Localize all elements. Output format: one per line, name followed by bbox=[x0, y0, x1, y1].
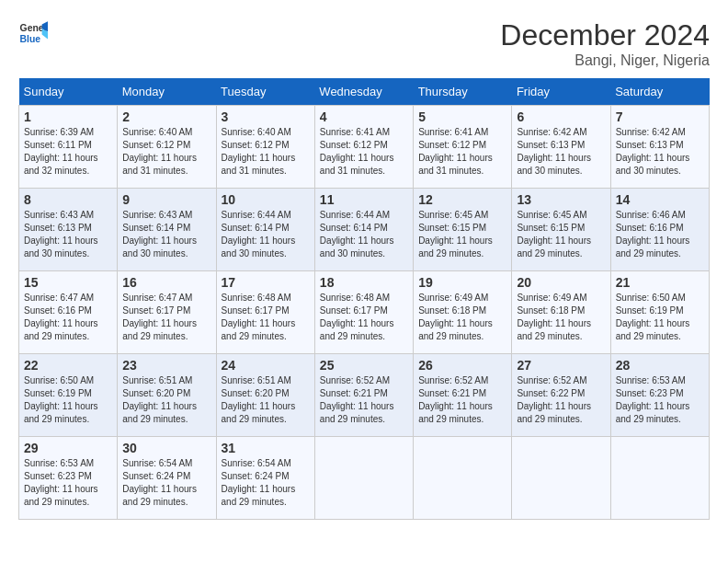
calendar-cell: 19Sunrise: 6:49 AM Sunset: 6:18 PM Dayli… bbox=[414, 271, 512, 354]
day-info: Sunrise: 6:52 AM Sunset: 6:21 PM Dayligh… bbox=[320, 374, 408, 426]
calendar-cell: 25Sunrise: 6:52 AM Sunset: 6:21 PM Dayli… bbox=[314, 354, 413, 437]
calendar-header-row: Sunday Monday Tuesday Wednesday Thursday… bbox=[19, 78, 710, 106]
logo: General Blue bbox=[18, 18, 48, 48]
day-number: 17 bbox=[222, 275, 310, 290]
calendar-cell: 11Sunrise: 6:44 AM Sunset: 6:14 PM Dayli… bbox=[314, 189, 413, 271]
day-number: 21 bbox=[616, 275, 704, 290]
header-wednesday: Wednesday bbox=[314, 78, 413, 106]
calendar-cell: 26Sunrise: 6:52 AM Sunset: 6:21 PM Dayli… bbox=[414, 354, 512, 437]
day-info: Sunrise: 6:54 AM Sunset: 6:24 PM Dayligh… bbox=[122, 457, 210, 509]
calendar-cell: 2Sunrise: 6:40 AM Sunset: 6:12 PM Daylig… bbox=[118, 106, 216, 189]
day-info: Sunrise: 6:49 AM Sunset: 6:18 PM Dayligh… bbox=[517, 292, 605, 343]
day-number: 15 bbox=[24, 275, 112, 290]
calendar-week-row: 15Sunrise: 6:47 AM Sunset: 6:16 PM Dayli… bbox=[19, 271, 710, 354]
calendar-cell: 9Sunrise: 6:43 AM Sunset: 6:14 PM Daylig… bbox=[118, 189, 216, 271]
calendar-cell: 16Sunrise: 6:47 AM Sunset: 6:17 PM Dayli… bbox=[118, 271, 216, 354]
day-info: Sunrise: 6:51 AM Sunset: 6:20 PM Dayligh… bbox=[222, 374, 310, 426]
day-info: Sunrise: 6:52 AM Sunset: 6:21 PM Dayligh… bbox=[418, 374, 506, 426]
day-info: Sunrise: 6:42 AM Sunset: 6:13 PM Dayligh… bbox=[616, 126, 704, 178]
day-number: 26 bbox=[418, 358, 506, 373]
day-number: 6 bbox=[517, 109, 605, 124]
calendar-table: Sunday Monday Tuesday Wednesday Thursday… bbox=[18, 78, 710, 520]
calendar-week-row: 22Sunrise: 6:50 AM Sunset: 6:19 PM Dayli… bbox=[19, 354, 710, 437]
page-subtitle: Bangi, Niger, Nigeria bbox=[500, 52, 710, 69]
calendar-cell: 31Sunrise: 6:54 AM Sunset: 6:24 PM Dayli… bbox=[216, 437, 314, 520]
day-number: 22 bbox=[24, 358, 112, 373]
calendar-cell: 24Sunrise: 6:51 AM Sunset: 6:20 PM Dayli… bbox=[216, 354, 314, 437]
calendar-cell: 22Sunrise: 6:50 AM Sunset: 6:19 PM Dayli… bbox=[19, 354, 118, 437]
day-info: Sunrise: 6:44 AM Sunset: 6:14 PM Dayligh… bbox=[320, 209, 408, 260]
day-number: 8 bbox=[24, 192, 112, 207]
day-info: Sunrise: 6:47 AM Sunset: 6:17 PM Dayligh… bbox=[122, 292, 210, 343]
calendar-cell: 28Sunrise: 6:53 AM Sunset: 6:23 PM Dayli… bbox=[610, 354, 709, 437]
day-info: Sunrise: 6:51 AM Sunset: 6:20 PM Dayligh… bbox=[122, 374, 210, 426]
calendar-cell bbox=[610, 437, 709, 520]
calendar-week-row: 8Sunrise: 6:43 AM Sunset: 6:13 PM Daylig… bbox=[19, 189, 710, 271]
day-info: Sunrise: 6:41 AM Sunset: 6:12 PM Dayligh… bbox=[418, 126, 506, 178]
day-info: Sunrise: 6:54 AM Sunset: 6:24 PM Dayligh… bbox=[222, 457, 310, 509]
day-number: 3 bbox=[222, 109, 310, 124]
page-header: General Blue December 2024 Bangi, Niger,… bbox=[18, 18, 710, 69]
day-number: 5 bbox=[418, 109, 506, 124]
calendar-cell: 5Sunrise: 6:41 AM Sunset: 6:12 PM Daylig… bbox=[414, 106, 512, 189]
day-info: Sunrise: 6:44 AM Sunset: 6:14 PM Dayligh… bbox=[222, 209, 310, 260]
day-number: 31 bbox=[222, 441, 310, 455]
day-info: Sunrise: 6:46 AM Sunset: 6:16 PM Dayligh… bbox=[616, 209, 704, 260]
calendar-week-row: 29Sunrise: 6:53 AM Sunset: 6:23 PM Dayli… bbox=[19, 437, 710, 520]
day-info: Sunrise: 6:50 AM Sunset: 6:19 PM Dayligh… bbox=[24, 374, 112, 426]
day-number: 13 bbox=[517, 192, 605, 207]
calendar-cell: 7Sunrise: 6:42 AM Sunset: 6:13 PM Daylig… bbox=[610, 106, 709, 189]
calendar-cell: 21Sunrise: 6:50 AM Sunset: 6:19 PM Dayli… bbox=[610, 271, 709, 354]
day-number: 11 bbox=[320, 192, 408, 207]
calendar-cell: 14Sunrise: 6:46 AM Sunset: 6:16 PM Dayli… bbox=[610, 189, 709, 271]
day-number: 12 bbox=[418, 192, 506, 207]
calendar-cell: 15Sunrise: 6:47 AM Sunset: 6:16 PM Dayli… bbox=[19, 271, 118, 354]
day-number: 29 bbox=[24, 441, 112, 455]
day-number: 9 bbox=[122, 192, 210, 207]
calendar-cell: 6Sunrise: 6:42 AM Sunset: 6:13 PM Daylig… bbox=[512, 106, 610, 189]
calendar-cell: 30Sunrise: 6:54 AM Sunset: 6:24 PM Dayli… bbox=[118, 437, 216, 520]
calendar-cell bbox=[414, 437, 512, 520]
day-number: 20 bbox=[517, 275, 605, 290]
day-info: Sunrise: 6:45 AM Sunset: 6:15 PM Dayligh… bbox=[418, 209, 506, 260]
day-number: 2 bbox=[122, 109, 210, 124]
calendar-cell: 3Sunrise: 6:40 AM Sunset: 6:12 PM Daylig… bbox=[216, 106, 314, 189]
day-number: 28 bbox=[616, 358, 704, 373]
day-info: Sunrise: 6:48 AM Sunset: 6:17 PM Dayligh… bbox=[320, 292, 408, 343]
day-number: 1 bbox=[24, 109, 112, 124]
calendar-week-row: 1Sunrise: 6:39 AM Sunset: 6:11 PM Daylig… bbox=[19, 106, 710, 189]
day-info: Sunrise: 6:53 AM Sunset: 6:23 PM Dayligh… bbox=[24, 457, 112, 509]
calendar-cell: 1Sunrise: 6:39 AM Sunset: 6:11 PM Daylig… bbox=[19, 106, 118, 189]
calendar-cell: 4Sunrise: 6:41 AM Sunset: 6:12 PM Daylig… bbox=[314, 106, 413, 189]
day-info: Sunrise: 6:50 AM Sunset: 6:19 PM Dayligh… bbox=[616, 292, 704, 343]
day-number: 27 bbox=[517, 358, 605, 373]
day-info: Sunrise: 6:49 AM Sunset: 6:18 PM Dayligh… bbox=[418, 292, 506, 343]
day-info: Sunrise: 6:48 AM Sunset: 6:17 PM Dayligh… bbox=[222, 292, 310, 343]
calendar-cell: 27Sunrise: 6:52 AM Sunset: 6:22 PM Dayli… bbox=[512, 354, 610, 437]
day-number: 7 bbox=[616, 109, 704, 124]
calendar-cell: 23Sunrise: 6:51 AM Sunset: 6:20 PM Dayli… bbox=[118, 354, 216, 437]
calendar-cell: 17Sunrise: 6:48 AM Sunset: 6:17 PM Dayli… bbox=[216, 271, 314, 354]
day-info: Sunrise: 6:47 AM Sunset: 6:16 PM Dayligh… bbox=[24, 292, 112, 343]
day-info: Sunrise: 6:45 AM Sunset: 6:15 PM Dayligh… bbox=[517, 209, 605, 260]
calendar-cell: 13Sunrise: 6:45 AM Sunset: 6:15 PM Dayli… bbox=[512, 189, 610, 271]
header-tuesday: Tuesday bbox=[216, 78, 314, 106]
day-number: 18 bbox=[320, 275, 408, 290]
header-monday: Monday bbox=[118, 78, 216, 106]
header-saturday: Saturday bbox=[610, 78, 709, 106]
logo-icon: General Blue bbox=[18, 18, 48, 48]
day-number: 4 bbox=[320, 109, 408, 124]
calendar-cell: 29Sunrise: 6:53 AM Sunset: 6:23 PM Dayli… bbox=[19, 437, 118, 520]
header-thursday: Thursday bbox=[414, 78, 512, 106]
day-number: 23 bbox=[122, 358, 210, 373]
calendar-cell: 20Sunrise: 6:49 AM Sunset: 6:18 PM Dayli… bbox=[512, 271, 610, 354]
day-number: 14 bbox=[616, 192, 704, 207]
day-number: 10 bbox=[222, 192, 310, 207]
page-title: December 2024 bbox=[500, 18, 710, 52]
calendar-cell: 10Sunrise: 6:44 AM Sunset: 6:14 PM Dayli… bbox=[216, 189, 314, 271]
day-info: Sunrise: 6:43 AM Sunset: 6:14 PM Dayligh… bbox=[122, 209, 210, 260]
day-info: Sunrise: 6:41 AM Sunset: 6:12 PM Dayligh… bbox=[320, 126, 408, 178]
calendar-cell: 8Sunrise: 6:43 AM Sunset: 6:13 PM Daylig… bbox=[19, 189, 118, 271]
day-number: 24 bbox=[222, 358, 310, 373]
calendar-cell bbox=[314, 437, 413, 520]
